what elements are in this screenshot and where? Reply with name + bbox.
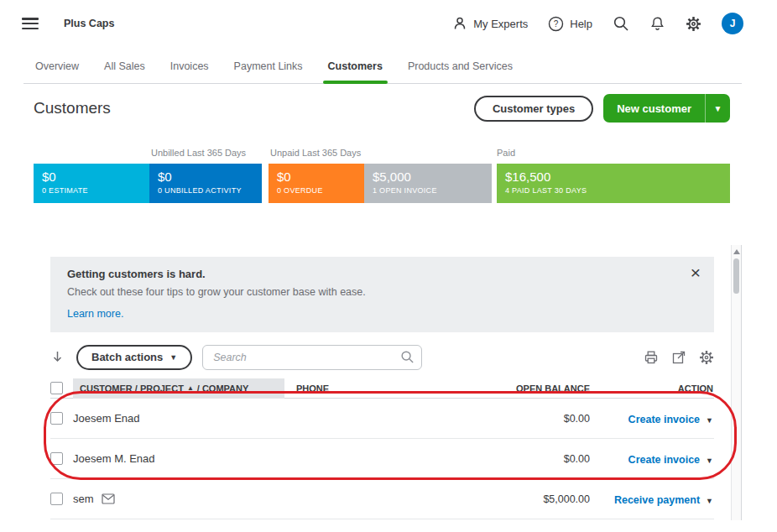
open-balance-value: $0.00 — [430, 413, 590, 425]
notifications-bell-icon[interactable] — [649, 16, 665, 32]
help-label: Help — [570, 18, 592, 30]
create-invoice-link[interactable]: Create invoice — [628, 454, 700, 466]
action-column-header: ACTION — [590, 383, 713, 394]
caret-down-icon: ▼ — [169, 353, 177, 362]
page-head: Customers Customer types New customer ▼ — [34, 94, 730, 123]
scrollbar-thumb[interactable] — [733, 258, 739, 294]
customers-page: Plus Caps My Experts ? Help J Overview A… — [0, 0, 777, 532]
open-balance-value: $0.00 — [430, 453, 590, 465]
sort-asc-icon: ▲ — [187, 384, 194, 392]
customer-name[interactable]: Joesem Enad — [73, 412, 296, 425]
receive-payment-link[interactable]: Receive payment — [614, 494, 700, 506]
print-icon[interactable] — [644, 350, 659, 365]
settings-gear-icon[interactable] — [686, 16, 701, 32]
customer-types-button[interactable]: Customer types — [474, 96, 593, 122]
scrollbar[interactable] — [731, 245, 741, 520]
company-name: Plus Caps — [64, 18, 114, 29]
phone-column-header[interactable]: PHONE — [296, 383, 430, 394]
customer-name[interactable]: Joesem M. Enad — [73, 452, 296, 465]
my-experts-button[interactable]: My Experts — [452, 16, 528, 31]
open-balance-value: $5,000.00 — [430, 493, 590, 505]
row-action-cell: Create invoice▼ — [590, 451, 713, 467]
page-head-actions: Customer types New customer ▼ — [474, 94, 730, 123]
tab-customers[interactable]: Customers — [326, 54, 384, 83]
row-action-cell: Receive payment▼ — [590, 492, 713, 507]
chevron-down-icon: ▼ — [714, 104, 722, 113]
caret-down-icon[interactable]: ▼ — [706, 497, 713, 505]
row-checkbox[interactable] — [50, 412, 63, 425]
row-action-cell: Create invoice▼ — [590, 411, 713, 426]
segment-caption: 1 OPEN INVOICE — [373, 186, 483, 195]
unpaid-label: Unpaid Last 365 Days — [270, 148, 361, 158]
batch-actions-label: Batch actions — [91, 351, 163, 363]
customer-column-header[interactable]: CUSTOMER / PROJECT ▲ / COMPANY — [73, 378, 296, 399]
hamburger-menu-icon[interactable] — [22, 18, 39, 29]
segment-amount: $0 — [158, 169, 253, 185]
table-row[interactable]: sem $5,000.00 Receive payment▼ — [50, 479, 714, 519]
tab-payment-links[interactable]: Payment Links — [232, 54, 305, 83]
close-icon[interactable]: × — [691, 263, 701, 281]
segment-caption: 0 ESTIMATE — [42, 186, 141, 195]
header-actions: My Experts ? Help J — [452, 13, 743, 34]
tab-invoices[interactable]: Invoices — [169, 54, 211, 83]
segment-overdue[interactable]: $0 0 OVERDUE — [269, 164, 364, 203]
tab-overview[interactable]: Overview — [34, 54, 81, 83]
banner-body: Check out these four tips to grow your c… — [67, 285, 697, 299]
segment-paid[interactable]: $16,500 4 PAID LAST 30 DAYS — [497, 164, 730, 203]
customer-header-label: CUSTOMER / PROJECT — [80, 383, 184, 394]
new-customer-label: New customer — [603, 94, 705, 123]
search-icon — [400, 350, 415, 364]
caret-down-icon[interactable]: ▼ — [706, 416, 713, 425]
list-toolbar-icons — [644, 350, 714, 365]
money-bar-labels: Unbilled Last 365 Days Unpaid Last 365 D… — [34, 148, 730, 159]
segment-amount: $5,000 — [373, 169, 483, 185]
tab-products-and-services[interactable]: Products and Services — [406, 54, 514, 83]
table-settings-gear-icon[interactable] — [699, 350, 714, 365]
person-icon — [452, 16, 467, 31]
row-checkbox[interactable] — [50, 493, 63, 505]
search-field — [202, 345, 422, 370]
help-icon: ? — [548, 16, 564, 32]
batch-actions-button[interactable]: Batch actions ▼ — [76, 345, 192, 370]
create-invoice-link[interactable]: Create invoice — [628, 414, 700, 425]
row-checkbox[interactable] — [50, 452, 63, 465]
tips-banner: Getting customers is hard. Check out the… — [50, 257, 714, 332]
table-row[interactable]: Joesem M. Enad $0.00 Create invoice▼ — [50, 439, 714, 479]
segment-estimates[interactable]: $0 0 ESTIMATE — [34, 164, 149, 203]
tab-all-sales[interactable]: All Sales — [102, 54, 147, 83]
avatar[interactable]: J — [722, 13, 743, 34]
customer-list-panel: Getting customers is hard. Check out the… — [34, 245, 742, 520]
search-input[interactable] — [202, 345, 422, 370]
segment-open-invoices[interactable]: $5,000 1 OPEN INVOICE — [364, 164, 492, 203]
segment-unbilled-activity[interactable]: $0 0 UNBILLED ACTIVITY — [149, 164, 262, 203]
list-toolbar: Batch actions ▼ — [50, 344, 714, 370]
segment-amount: $0 — [277, 169, 356, 185]
segment-caption: 0 OVERDUE — [277, 186, 356, 195]
customer-name-cell[interactable]: sem — [73, 493, 296, 505]
app-header: Plus Caps My Experts ? Help J — [0, 0, 777, 47]
export-icon[interactable] — [671, 350, 686, 365]
money-bar: $0 0 ESTIMATE $0 0 UNBILLED ACTIVITY $0 … — [34, 164, 730, 203]
page-title: Customers — [34, 99, 111, 117]
select-all-checkbox[interactable] — [50, 382, 63, 394]
paid-label: Paid — [497, 148, 515, 158]
new-customer-dropdown[interactable]: ▼ — [705, 94, 730, 123]
segment-amount: $0 — [42, 169, 141, 185]
my-experts-label: My Experts — [473, 18, 528, 30]
search-icon[interactable] — [613, 15, 629, 32]
scroll-up-arrow-icon[interactable] — [733, 249, 740, 254]
open-balance-column-header[interactable]: OPEN BALANCE — [430, 383, 590, 394]
new-customer-button[interactable]: New customer ▼ — [603, 94, 730, 123]
learn-more-link[interactable]: Learn more. — [67, 307, 697, 321]
customer-name: sem — [73, 493, 94, 505]
table-header-row: CUSTOMER / PROJECT ▲ / COMPANY PHONE OPE… — [50, 378, 714, 399]
unbilled-label: Unbilled Last 365 Days — [151, 148, 246, 158]
help-button[interactable]: ? Help — [548, 16, 592, 32]
section-tabs: Overview All Sales Invoices Payment Link… — [23, 54, 742, 84]
company-header-label: / COMPANY — [197, 383, 249, 394]
caret-down-icon[interactable]: ▼ — [706, 456, 713, 465]
segment-amount: $16,500 — [505, 169, 722, 185]
download-arrow-icon[interactable] — [50, 350, 65, 364]
table-row[interactable]: Joesem Enad $0.00 Create invoice▼ — [50, 399, 714, 439]
envelope-icon — [102, 493, 115, 504]
